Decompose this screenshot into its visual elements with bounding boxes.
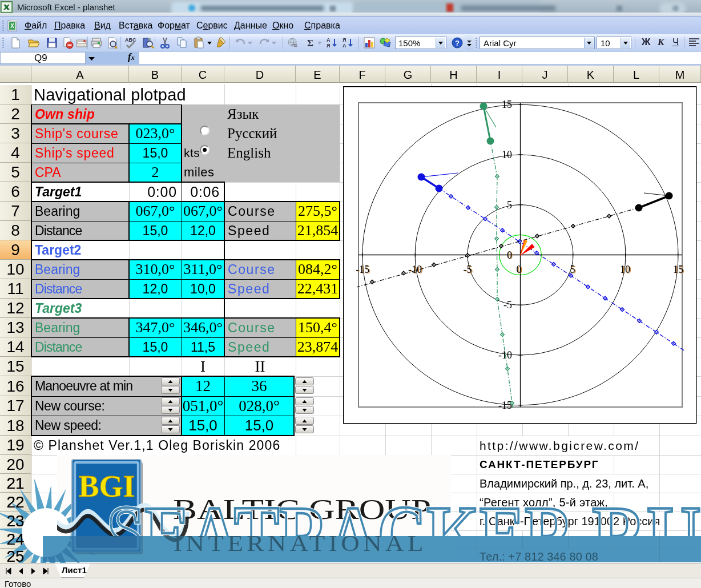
svg-text:15: 15 — [673, 264, 683, 275]
svg-text:?: ? — [455, 39, 460, 47]
svg-text:Я: Я — [327, 43, 330, 49]
svg-text:10: 10 — [620, 264, 630, 275]
svg-text:А: А — [343, 43, 347, 49]
svg-text:-5: -5 — [503, 299, 512, 311]
svg-text:Σ: Σ — [307, 38, 313, 49]
svg-text:15: 15 — [502, 99, 512, 110]
svg-text:0: 0 — [507, 249, 512, 261]
svg-text:-5: -5 — [464, 264, 472, 275]
svg-text:0: 0 — [517, 264, 522, 275]
svg-text:А: А — [327, 37, 331, 43]
svg-text:5: 5 — [507, 199, 512, 211]
svg-text:10: 10 — [502, 149, 512, 160]
svg-text:-15: -15 — [356, 264, 369, 275]
svg-text:X: X — [10, 23, 14, 29]
svg-text:ABC: ABC — [125, 37, 136, 43]
svg-text:Я: Я — [343, 37, 346, 43]
svg-text:-15: -15 — [498, 400, 512, 411]
svg-text:-10: -10 — [408, 264, 422, 275]
